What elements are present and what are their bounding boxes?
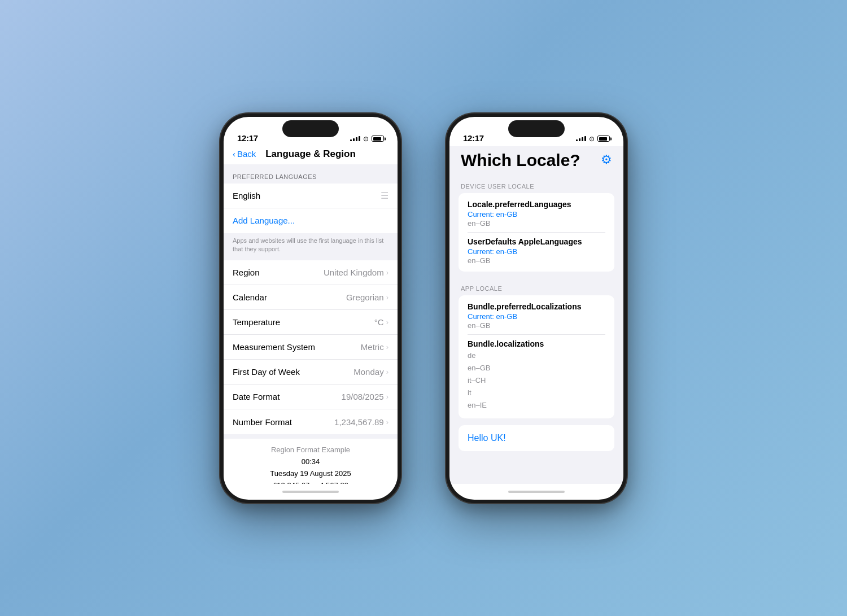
date-format-label: Date Format: [233, 392, 280, 401]
language-group: English ☰ Add Language...: [224, 184, 398, 233]
preferred-languages-section-label: PREFERRED LANGUAGES: [224, 164, 398, 184]
apple-languages-item: UserDefaults AppleLanguages Current: en-…: [468, 233, 605, 265]
hello-text[interactable]: Hello UK!: [468, 433, 506, 443]
status-time-2: 12:17: [463, 133, 484, 143]
bundle-preferred-item: Bundle.preferredLocalizations Current: e…: [468, 302, 605, 335]
bundle-preferred-title: Bundle.preferredLocalizations: [468, 302, 605, 311]
preferred-languages-title: Locale.preferredLanguages: [468, 200, 605, 209]
preferred-languages-value: en–GB: [468, 219, 605, 228]
bundle-preferred-value: en–GB: [468, 321, 605, 330]
gear-icon[interactable]: ⚙: [601, 152, 612, 167]
device-locale-card: Locale.preferredLanguages Current: en-GB…: [459, 193, 614, 272]
preferred-languages-item: Locale.preferredLanguages Current: en-GB…: [468, 200, 605, 233]
locale-it-ch: it–CH: [468, 374, 605, 387]
hint-text: Apps and websites will use the first lan…: [224, 233, 398, 261]
status-icons-2: ⊙: [576, 135, 610, 143]
locale-page-title: Which Locale?: [461, 151, 580, 169]
region-format-time: 00:34: [233, 456, 388, 468]
locale-scroll[interactable]: Which Locale? ⚙ DEVICE USER LOCALE Local…: [449, 146, 623, 484]
region-label: Region: [233, 268, 260, 277]
drag-icon: ☰: [381, 190, 388, 201]
measurement-label: Measurement System: [233, 342, 315, 352]
region-item[interactable]: Region United Kingdom ›: [224, 260, 398, 285]
dynamic-island-2: [508, 120, 565, 137]
calendar-item[interactable]: Calendar Gregorian ›: [224, 285, 398, 310]
region-format-values: 00:34 Tuesday 19 August 2025 £12,345.67 …: [233, 456, 388, 483]
apple-languages-current: Current: en-GB: [468, 247, 605, 256]
english-language-item[interactable]: English ☰: [224, 184, 398, 208]
app-locale-card: Bundle.preferredLocalizations Current: e…: [459, 295, 614, 418]
locale-de: de: [468, 349, 605, 362]
date-format-item[interactable]: Date Format 19/08/2025 ›: [224, 385, 398, 409]
number-format-value: 1,234,567.89 ›: [334, 417, 388, 427]
add-language-item[interactable]: Add Language...: [224, 208, 398, 233]
chevron-right-icon: ›: [386, 392, 388, 401]
nav-title: Language & Region: [265, 148, 356, 160]
chevron-right-icon: ›: [386, 318, 388, 326]
nav-bar-1: ‹ Back Language & Region: [224, 146, 398, 164]
bundle-localizations-list: de en–GB it–CH it en–IE: [468, 349, 605, 412]
locale-en-ie: en–IE: [468, 399, 605, 412]
region-format-date: Tuesday 19 August 2025: [233, 468, 388, 480]
wifi-icon-2: ⊙: [589, 135, 595, 143]
region-settings-group: Region United Kingdom › Calendar Gregori…: [224, 260, 398, 434]
bundle-localizations-item: Bundle.localizations de en–GB it–CH it e…: [468, 335, 605, 412]
signal-icon: [350, 136, 360, 141]
english-label: English: [233, 191, 260, 200]
wifi-icon: ⊙: [363, 135, 369, 143]
chevron-right-icon: ›: [386, 293, 388, 302]
signal-icon-2: [576, 136, 586, 141]
bundle-preferred-current: Current: en-GB: [468, 312, 605, 321]
status-icons-1: ⊙: [350, 135, 384, 143]
temperature-value: °C ›: [374, 317, 388, 327]
calendar-value: Gregorian ›: [346, 292, 388, 302]
first-day-item[interactable]: First Day of Week Monday ›: [224, 360, 398, 385]
chevron-right-icon: ›: [386, 343, 388, 351]
locale-it: it: [468, 387, 605, 399]
temperature-item[interactable]: Temperature °C ›: [224, 310, 398, 335]
home-indicator-1: [224, 484, 398, 500]
battery-icon-2: [597, 136, 610, 142]
settings-scroll[interactable]: PREFERRED LANGUAGES English ☰ Add Langua…: [224, 164, 398, 484]
app-locale-section-label: APP LOCALE: [449, 278, 623, 295]
number-format-item[interactable]: Number Format 1,234,567.89 ›: [224, 409, 398, 434]
hello-card[interactable]: Hello UK!: [459, 425, 614, 451]
measurement-value: Metric ›: [361, 342, 388, 352]
date-format-value: 19/08/2025 ›: [342, 392, 388, 401]
region-format-example: Region Format Example 00:34 Tuesday 19 A…: [224, 439, 398, 483]
first-day-label: First Day of Week: [233, 367, 300, 377]
apple-languages-value: en–GB: [468, 256, 605, 265]
status-time-1: 12:17: [237, 133, 258, 143]
settings-list: PREFERRED LANGUAGES English ☰ Add Langua…: [224, 164, 398, 484]
chevron-right-icon: ›: [386, 368, 388, 376]
bundle-localizations-title: Bundle.localizations: [468, 339, 605, 348]
temperature-label: Temperature: [233, 317, 280, 327]
locale-header: Which Locale? ⚙: [449, 146, 623, 176]
first-day-value: Monday ›: [353, 367, 388, 377]
chevron-left-icon: ‹: [233, 149, 235, 159]
region-format-currency-number: £12,345.67 4,567.89: [233, 480, 388, 484]
device-locale-section-label: DEVICE USER LOCALE: [449, 176, 623, 193]
number-format-label: Number Format: [233, 417, 292, 427]
chevron-right-icon: ›: [386, 268, 388, 277]
region-format-title: Region Format Example: [233, 445, 388, 454]
preferred-languages-current: Current: en-GB: [468, 210, 605, 219]
chevron-right-icon: ›: [386, 418, 388, 426]
add-language-label[interactable]: Add Language...: [233, 216, 295, 225]
region-value: United Kingdom ›: [324, 268, 388, 277]
phone-2: 12:17 ⊙ Which Locale? ⚙ D: [446, 113, 627, 503]
back-label[interactable]: Back: [237, 149, 256, 159]
phone-1: 12:17 ⊙ ‹ Back Language & Region: [220, 113, 401, 503]
battery-icon: [372, 136, 384, 142]
back-button[interactable]: ‹ Back: [233, 149, 256, 159]
apple-languages-title: UserDefaults AppleLanguages: [468, 237, 605, 246]
calendar-label: Calendar: [233, 292, 267, 302]
dynamic-island-1: [282, 120, 339, 137]
locale-en-gb: en–GB: [468, 362, 605, 374]
home-indicator-2: [449, 484, 623, 500]
measurement-item[interactable]: Measurement System Metric ›: [224, 335, 398, 360]
